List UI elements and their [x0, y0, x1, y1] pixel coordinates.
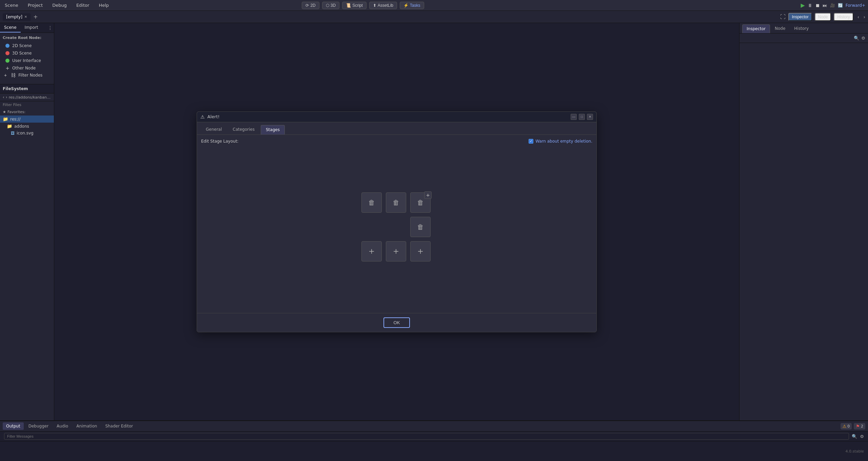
stage-cell-2-2[interactable]: + [410, 241, 431, 261]
dialog-titlebar: ⚠ Alert! — □ ✕ [197, 112, 596, 122]
menu-right: ▶ ⏸ ⏹ ⏭ 🎥 🔄 Forward+ [801, 2, 865, 8]
btn-assetlib[interactable]: ⬆ AssetLib [369, 2, 397, 9]
bottom-tab-audio[interactable]: Audio [53, 422, 72, 430]
stage-cell-1-2[interactable]: 🗑 [410, 217, 431, 237]
stage-cell-2-0[interactable]: + [361, 241, 382, 261]
instance-scene-button[interactable]: ⛓ [9, 72, 17, 79]
filter-nodes-label: Filter Nodes [18, 73, 42, 78]
warn-label: Warn about empty deletion. [535, 139, 592, 144]
panel-options-icon[interactable]: ⋮ [46, 23, 54, 33]
right-panel-tabs: Inspector Node History [739, 23, 868, 34]
error-icon: ⚑ [856, 424, 860, 429]
right-panel-toolbar: 🔍 ⚙ [739, 34, 868, 43]
pause-button[interactable]: ⏸ [808, 3, 812, 8]
warnings-count: 0 [847, 424, 850, 428]
menu-debug[interactable]: Debug [50, 2, 69, 8]
inspector-filter-icon[interactable]: ⚙ [861, 36, 865, 41]
right-tab-inspector[interactable]: Inspector [742, 24, 770, 33]
dialog-overlay: ⚠ Alert! — □ ✕ General Categories [54, 23, 739, 420]
filter-options-icon[interactable]: ⚙ [860, 434, 864, 439]
filesystem-title: FileSystem [3, 86, 28, 91]
tab-close-icon[interactable]: ✕ [24, 15, 27, 19]
scene-node-other[interactable]: + Other Node [3, 64, 51, 72]
bottom-tab-debugger[interactable]: Debugger [25, 422, 52, 430]
bottom-tab-animation[interactable]: Animation [73, 422, 100, 430]
scene-tab[interactable]: Scene [0, 23, 21, 33]
tab-empty-label: [empty] [6, 15, 22, 19]
right-panel: Inspector Node History 🔍 ⚙ [739, 23, 868, 420]
inspector-button[interactable]: Inspector [788, 13, 812, 21]
dialog-tabs: General Categories Stages [197, 122, 596, 135]
add-col-button[interactable]: + [424, 191, 432, 199]
stage-cell-0-0[interactable]: 🗑 [361, 192, 382, 213]
fs-item-res[interactable]: 📁 res:// [0, 116, 54, 123]
main-area: Scene Import ⋮ Create Root Node: 2D Scen… [0, 23, 868, 420]
btn-script[interactable]: 📜 Script [342, 2, 367, 9]
right-tab-node[interactable]: Node [771, 24, 789, 33]
step-button[interactable]: ⏭ [823, 3, 827, 8]
filter-messages-input[interactable] [4, 433, 849, 440]
btn-tasks[interactable]: ⚡ Tasks [400, 2, 424, 9]
3d-icon: ⬡ [326, 3, 329, 8]
ok-button[interactable]: OK [383, 317, 410, 328]
editor-toolbar: [empty] ✕ + ⛶ Inspector Node History ‹ › [0, 11, 868, 23]
warn-checkbox[interactable]: ✓ Warn about empty deletion. [529, 139, 592, 144]
menu-project[interactable]: Project [26, 2, 45, 8]
arrow-left-icon[interactable]: ‹ [857, 14, 860, 20]
btn-2d[interactable]: ⟳ 2D [302, 2, 319, 9]
dialog-maximize-button[interactable]: □ [579, 114, 585, 120]
fs-back-icon[interactable]: ‹ [3, 95, 4, 100]
menu-help[interactable]: Help [97, 2, 111, 8]
fullscreen-icon[interactable]: ⛶ [780, 14, 786, 20]
fs-item-icon[interactable]: 🖼 icon.svg [0, 130, 54, 137]
camera-button[interactable]: 🎥 [830, 3, 835, 8]
stage-grid-area: 🗑 🗑 🗑 + 🗑 + + [201, 146, 592, 309]
history-button[interactable]: History [834, 13, 853, 21]
filter-search-icon[interactable]: 🔍 [852, 434, 857, 439]
other-node-icon: + [5, 66, 9, 70]
arrow-right-icon[interactable]: › [863, 14, 865, 20]
stop-button[interactable]: ⏹ [815, 3, 820, 8]
node-button[interactable]: Node [815, 13, 831, 21]
alert-dialog: ⚠ Alert! — □ ✕ General Categories [197, 111, 597, 332]
forward-label: Forward+ [846, 3, 865, 8]
dialog-footer: OK [197, 313, 596, 332]
menu-scene[interactable]: Scene [3, 2, 20, 8]
scene-node-3d[interactable]: 3D Scene [3, 49, 51, 57]
file-icon-svg: 🖼 [11, 131, 15, 135]
star-icon: ★ [3, 110, 6, 114]
dialog-window-buttons: — □ ✕ [571, 114, 593, 120]
btn-3d[interactable]: ⬡ 3D [322, 2, 339, 9]
edit-stage-label: Edit Stage Layout: [201, 139, 238, 144]
tab-empty[interactable]: [empty] ✕ [3, 13, 31, 21]
fs-forward-icon[interactable]: › [6, 95, 7, 100]
stage-cell-0-1[interactable]: 🗑 [386, 192, 406, 213]
fs-item-addons[interactable]: 📁 addons [0, 123, 54, 130]
bottom-tab-shader[interactable]: Shader Editor [102, 422, 136, 430]
import-tab[interactable]: Import [21, 23, 42, 33]
dialog-tab-general[interactable]: General [201, 125, 226, 134]
right-panel-content [739, 43, 868, 420]
add-node-button[interactable]: + [3, 72, 8, 79]
sync-button[interactable]: 🔄 [838, 3, 843, 8]
create-root-section: Create Root Node: 2D Scene 3D Scene User… [0, 33, 54, 84]
dialog-close-button[interactable]: ✕ [587, 114, 593, 120]
stage-cell-2-1[interactable]: + [386, 241, 406, 261]
stage-cell-1-0 [361, 217, 382, 237]
menu-editor[interactable]: Editor [74, 2, 91, 8]
bottom-tab-output[interactable]: Output [3, 422, 24, 430]
dialog-minimize-button[interactable]: — [571, 114, 577, 120]
stage-cell-0-2[interactable]: 🗑 + [410, 192, 431, 213]
delete-icon-top: 🗑 [417, 198, 424, 207]
2d-node-icon [5, 44, 9, 48]
tab-add-button[interactable]: + [32, 14, 39, 20]
right-tab-history[interactable]: History [790, 24, 813, 33]
inspector-search-icon[interactable]: 🔍 [854, 36, 859, 41]
warning-icon: ⚠ [843, 424, 847, 429]
dialog-tab-categories[interactable]: Categories [228, 125, 259, 134]
scene-node-2d[interactable]: 2D Scene [3, 42, 51, 49]
dialog-title-label: Alert! [208, 114, 571, 119]
play-button[interactable]: ▶ [801, 2, 805, 8]
scene-node-ui[interactable]: User Interface [3, 57, 51, 64]
dialog-tab-stages[interactable]: Stages [261, 125, 285, 134]
